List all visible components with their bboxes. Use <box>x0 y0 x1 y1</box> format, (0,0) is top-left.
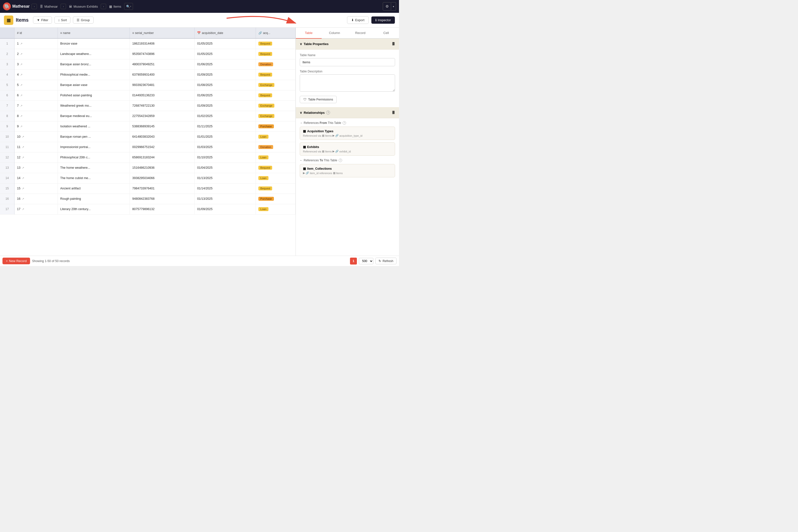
row-name: Baroque medieval eu... <box>58 111 130 121</box>
filter-button[interactable]: ▼ Filter <box>33 17 52 24</box>
table-row: 9 9 ↗ Isolation weathered ... 5388368939… <box>0 121 296 132</box>
tab-cell[interactable]: Cell <box>373 27 399 39</box>
bottom-bar: + New Record Showing 1-50 of 50 records … <box>0 256 399 266</box>
col-header-id[interactable]: # id <box>15 27 58 38</box>
filter-icon: ▼ <box>37 18 40 22</box>
row-expand-icon[interactable]: ↗ <box>22 197 24 201</box>
table-description-label: Table Description <box>300 70 395 73</box>
col-id-icon: # <box>17 31 19 35</box>
row-acq-type: Bequest <box>256 163 296 173</box>
section-chevron-down: ∨ <box>300 42 302 46</box>
group-button[interactable]: ☰ Group <box>73 17 93 24</box>
settings-button[interactable]: ⚙ <box>383 2 391 11</box>
app-logo[interactable]: 🐘 Mathesar <box>3 2 30 10</box>
nav-chevron-3[interactable]: › <box>101 4 106 9</box>
row-name: Polished asian painting <box>58 90 130 100</box>
gear-controls: ⚙ ▾ <box>383 2 396 11</box>
col-serial-icon: ≡ <box>132 31 134 35</box>
row-acq-date: 01/11/2025 <box>194 121 256 132</box>
main-content: # id ≡ name ≡ serial_number <box>0 27 399 256</box>
nav-chevron-2[interactable]: › <box>61 4 66 9</box>
refresh-button[interactable]: ↻ Refresh <box>375 258 397 264</box>
rel-card-acquisition-types: ▦ Acquisition Types Referenced via ▦ Ite… <box>300 127 395 140</box>
col-header-acq-date[interactable]: 📅 acquisition_date <box>194 27 256 38</box>
row-num: 17 <box>0 204 15 214</box>
table-properties-header[interactable]: ∨ Table Properties 🗄 <box>296 39 399 50</box>
help-icon-from[interactable]: ? <box>343 121 346 125</box>
page-size-select[interactable]: 500 100 50 <box>359 258 374 264</box>
tab-record[interactable]: Record <box>347 27 374 39</box>
col-header-acq-type[interactable]: 🔗 acq... <box>256 27 296 38</box>
nav-items[interactable]: ▦ Items <box>107 4 123 10</box>
tab-column[interactable]: Column <box>322 27 347 39</box>
row-expand-icon[interactable]: ↗ <box>20 125 22 128</box>
tab-table[interactable]: Table <box>296 27 322 39</box>
table-icon-exhibits: ▦ <box>303 145 306 149</box>
nav-museum-exhibits[interactable]: 🏛 Museum Exhibits <box>67 4 100 10</box>
row-name: Isolation weathered ... <box>58 121 130 132</box>
row-expand-icon[interactable]: ↗ <box>20 83 22 87</box>
row-expand-icon[interactable]: ↗ <box>20 53 22 56</box>
inspector-button[interactable]: ℹ Inspector <box>371 16 395 24</box>
col-header-name[interactable]: ≡ name <box>58 27 130 38</box>
row-id: 10 ↗ <box>15 132 58 142</box>
help-icon-relationships[interactable]: ? <box>326 111 330 115</box>
row-expand-icon[interactable]: ↗ <box>22 146 24 149</box>
row-num: 1 <box>0 38 15 49</box>
relationships-header[interactable]: ∨ Relationships ? 🗄 <box>296 107 399 118</box>
row-expand-icon[interactable]: ↗ <box>20 42 22 45</box>
row-acq-date: 01/04/2025 <box>194 163 256 173</box>
row-num: 5 <box>0 80 15 90</box>
table-icon-nav: ▦ <box>109 5 112 8</box>
row-expand-icon[interactable]: ↗ <box>22 156 24 159</box>
col-header-serial[interactable]: ≡ serial_number <box>130 27 194 38</box>
row-name: Landscape weathere... <box>58 49 130 59</box>
db-icon-table: 🗄 <box>392 42 395 46</box>
row-acq-type: Exchange <box>256 100 296 111</box>
app-name: Mathesar <box>12 4 30 8</box>
row-serial: 4800379049251 <box>130 59 194 70</box>
table-icon-small-3: ▦ <box>333 171 336 175</box>
row-serial: 7984733976401 <box>130 183 194 194</box>
row-expand-icon[interactable]: ↗ <box>20 73 22 76</box>
row-acq-date: 01/13/2025 <box>194 194 256 204</box>
row-id: 1 ↗ <box>15 38 58 49</box>
inspector-tabs: Table Column Record Cell <box>296 27 399 39</box>
table-name-input[interactable] <box>300 58 395 66</box>
row-acq-date: 01/02/2025 <box>194 111 256 121</box>
export-button[interactable]: ⬇ Export <box>347 16 369 24</box>
nav-chevron-1[interactable]: › <box>32 4 37 9</box>
new-record-button[interactable]: + New Record <box>2 258 30 264</box>
settings-dropdown[interactable]: ▾ <box>391 2 396 11</box>
nav-search-button[interactable]: 🔍 ▾ <box>124 3 133 10</box>
table-permissions-button[interactable]: 🛡 Table Permissions <box>300 96 337 103</box>
nav-mathesar[interactable]: 🗄 Mathesar <box>38 4 60 10</box>
row-expand-icon[interactable]: ↗ <box>22 135 24 138</box>
row-num: 14 <box>0 173 15 183</box>
row-expand-icon[interactable]: ↗ <box>22 166 24 169</box>
row-expand-icon[interactable]: ↗ <box>22 208 24 211</box>
row-expand-icon[interactable]: ↗ <box>22 176 24 180</box>
row-acq-type: Loan <box>256 152 296 163</box>
relationships-section: ∨ Relationships ? 🗄 → References From Th… <box>296 107 399 183</box>
row-num: 7 <box>0 100 15 111</box>
table-row: 12 12 ↗ Philosophical 20th c... 65869131… <box>0 152 296 163</box>
row-name: Baroque asian vase <box>58 80 130 90</box>
sort-button[interactable]: ↕ Sort <box>54 17 71 24</box>
arrow-right-icon: → <box>300 121 303 125</box>
row-expand-icon[interactable]: ↗ <box>22 187 24 190</box>
nav-right-actions: ⚙ ▾ <box>383 2 396 11</box>
row-expand-icon[interactable]: ↗ <box>20 104 22 108</box>
table-description-input[interactable] <box>300 74 395 92</box>
row-acq-type: Bequest <box>256 183 296 194</box>
table-body: 1 1 ↗ Bronze vase 1862193314406 01/05/20… <box>0 38 296 214</box>
row-num: 13 <box>0 163 15 173</box>
row-expand-icon[interactable]: ↗ <box>20 94 22 97</box>
row-expand-icon[interactable]: ↗ <box>20 115 22 118</box>
row-expand-icon[interactable]: ↗ <box>20 63 22 66</box>
row-acq-date: 01/14/2025 <box>194 183 256 194</box>
rel-card-item-collections: ▦ Item_Collections ▶ 🔗 item_id reference… <box>300 164 395 177</box>
help-icon-to[interactable]: ? <box>339 158 342 162</box>
row-id: 12 ↗ <box>15 152 58 163</box>
row-num: 4 <box>0 70 15 80</box>
